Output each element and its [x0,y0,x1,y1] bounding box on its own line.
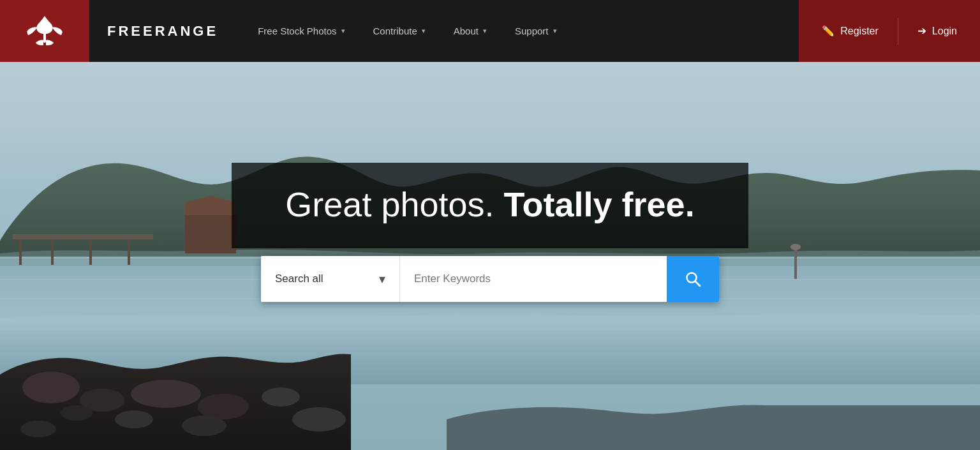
login-label: Login [932,26,957,37]
chevron-down-icon: ▾ [379,271,385,287]
nav-chevron-contribute: ▾ [422,27,426,35]
svg-rect-10 [128,239,130,265]
register-label: Register [840,26,879,37]
register-button[interactable]: ✏️ Register [803,0,898,62]
nav-chevron-support: ▾ [553,27,557,35]
search-bar: Search all ▾ [261,256,719,302]
nav-label-about: About [454,26,479,36]
hero-headline-bold: Totally free. [504,185,695,223]
nav-auth: ✏️ Register ➔ Login [799,0,980,62]
nav-links: Free Stock Photos ▾ Contribute ▾ About ▾… [244,0,799,62]
svg-rect-9 [89,239,92,265]
svg-rect-7 [19,239,22,265]
svg-point-19 [115,410,153,428]
search-button[interactable] [667,256,719,302]
search-dropdown-label: Search all [275,273,323,285]
nav-item-free-stock-photos[interactable]: Free Stock Photos ▾ [244,0,359,62]
svg-rect-11 [185,215,236,253]
search-dropdown[interactable]: Search all ▾ [261,256,400,302]
svg-line-26 [695,281,701,287]
svg-point-20 [182,416,226,436]
nav-item-support[interactable]: Support ▾ [501,0,571,62]
nav-chevron-free-stock-photos: ▾ [341,27,345,35]
svg-point-13 [22,371,80,403]
nav-label-free-stock-photos: Free Stock Photos [258,26,336,36]
search-icon [685,271,701,287]
svg-point-22 [20,421,56,437]
brand-logo-icon [23,13,66,49]
svg-rect-6 [13,234,153,239]
svg-rect-23 [794,247,797,279]
svg-point-21 [292,407,346,431]
login-button[interactable]: ➔ Login [898,0,976,62]
nav-chevron-about: ▾ [483,27,487,35]
pencil-icon: ✏️ [822,25,835,37]
svg-rect-0 [43,33,46,43]
nav-label-support: Support [515,26,549,36]
svg-point-24 [791,244,801,250]
hero-section: Great photos. Totally free. Search all ▾ [0,62,980,450]
svg-point-16 [198,394,249,419]
hero-headline: Great photos. Totally free. [270,184,710,224]
nav-item-contribute[interactable]: Contribute ▾ [359,0,440,62]
svg-point-18 [61,405,93,421]
search-input[interactable] [400,256,667,302]
hero-headline-normal: Great photos. [285,185,494,223]
navbar: FREERANGE Free Stock Photos ▾ Contribute… [0,0,980,62]
brand-name[interactable]: FREERANGE [107,23,218,40]
logo-box[interactable] [0,0,89,62]
svg-point-17 [262,387,300,407]
nav-item-about[interactable]: About ▾ [440,0,501,62]
login-icon: ➔ [917,24,926,38]
hero-text-banner: Great photos. Totally free. [232,163,748,248]
svg-rect-8 [51,239,54,265]
nav-label-contribute: Contribute [373,26,417,36]
svg-point-15 [131,380,201,408]
